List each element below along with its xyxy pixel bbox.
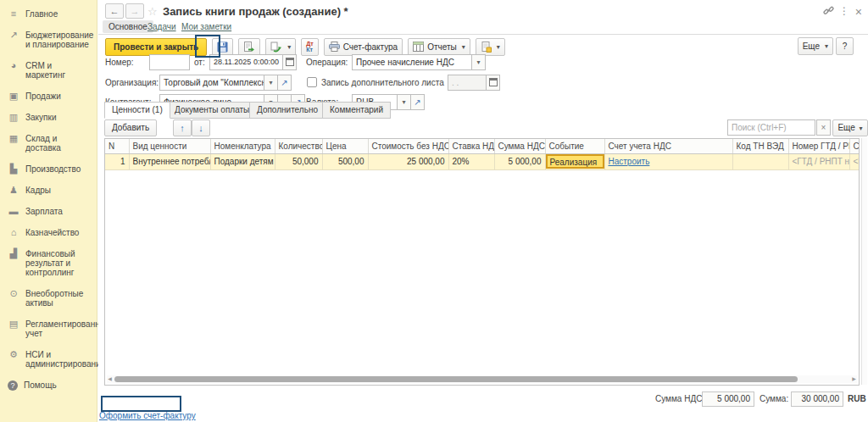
search-clear-button[interactable]: × bbox=[816, 119, 831, 136]
add-row-button[interactable]: Добавить bbox=[104, 119, 157, 136]
configure-link[interactable]: Настроить bbox=[609, 157, 650, 166]
organization-dropdown-button[interactable]: ▾ bbox=[264, 75, 278, 91]
cell-amount-wo-vat[interactable]: 25 000,00 bbox=[368, 153, 448, 169]
cell-last[interactable]: <Г bbox=[849, 153, 860, 169]
wallet-icon: ▬ bbox=[8, 207, 19, 216]
cell-vat-rate[interactable]: 20% bbox=[448, 153, 494, 169]
save-button[interactable] bbox=[212, 38, 233, 56]
get-link-icon[interactable] bbox=[823, 5, 834, 19]
attachments-button[interactable]: ▾ bbox=[476, 38, 505, 56]
tab-additional[interactable]: Дополнительно bbox=[249, 102, 326, 119]
vertical-scrollbar[interactable] bbox=[861, 138, 867, 385]
search-input[interactable] bbox=[727, 119, 815, 136]
organization-select[interactable]: Торговый дом "Комплексный" bbox=[159, 75, 264, 91]
sidebar-item-purchases[interactable]: ▥Закупки bbox=[0, 107, 97, 128]
horizontal-scrollbar[interactable]: ◀ ▶ bbox=[107, 375, 857, 383]
invoice-button[interactable]: Счет-фактура bbox=[324, 38, 403, 56]
help-button[interactable]: ? bbox=[836, 37, 854, 55]
table-row[interactable]: 1 Внутреннее потребление Подарки детям 5… bbox=[105, 153, 860, 169]
back-button[interactable]: ← bbox=[105, 3, 124, 19]
cell-event[interactable]: Реализация bbox=[545, 153, 604, 169]
col-header-qty[interactable]: Количество bbox=[275, 139, 322, 153]
col-header-last[interactable]: Ст bbox=[849, 139, 860, 153]
date-input[interactable]: 28.11.2025 0:00:00 bbox=[209, 54, 283, 70]
cell-price[interactable]: 500,00 bbox=[322, 153, 368, 169]
operation-select[interactable]: Прочее начисление НДС bbox=[352, 54, 472, 70]
create-based-on-button[interactable]: ▾ bbox=[265, 38, 296, 56]
favorite-star-icon[interactable]: ☆ bbox=[147, 5, 158, 18]
col-header-amount-wo-vat[interactable]: Стоимость без НДС bbox=[368, 139, 448, 153]
cell-vat-account[interactable]: Настроить bbox=[604, 153, 732, 169]
title-bar: ← → ☆ Запись книги продаж (создание) * ⋮… bbox=[98, 0, 868, 22]
sidebar-item-warehouse[interactable]: ▦Склад и доставка bbox=[0, 128, 97, 158]
cell-tn-code[interactable] bbox=[732, 153, 788, 169]
currency-open-button[interactable]: ↗ bbox=[410, 94, 425, 110]
col-header-nomenclature[interactable]: Номенклатура bbox=[210, 139, 275, 153]
sidebar-item-main[interactable]: ≡Главное bbox=[0, 3, 97, 25]
calendar-picker-button[interactable] bbox=[282, 54, 297, 70]
tab-values[interactable]: Ценности (1) bbox=[104, 102, 170, 119]
sidebar-item-sales[interactable]: ▣Продажи bbox=[0, 86, 97, 107]
selected-cell[interactable]: Реализация bbox=[546, 154, 604, 169]
tab-tasks[interactable]: Задачи bbox=[147, 22, 176, 31]
currency-dropdown-button[interactable]: ▾ bbox=[397, 94, 411, 110]
dropdown-caret: ▾ bbox=[497, 43, 500, 51]
briefcase-icon: ▣ bbox=[8, 92, 19, 101]
close-icon[interactable]: × bbox=[855, 5, 862, 19]
currency-code: RUB bbox=[848, 391, 866, 407]
col-header-kind[interactable]: Вид ценности bbox=[129, 139, 210, 153]
scroll-right-icon[interactable]: ▶ bbox=[851, 376, 857, 382]
additional-sheet-calendar-button[interactable] bbox=[486, 75, 500, 91]
additional-sheet-date-input[interactable]: . . bbox=[448, 75, 487, 91]
cell-n[interactable]: 1 bbox=[105, 153, 129, 169]
post-and-close-button[interactable]: Провести и закрыть bbox=[105, 38, 207, 56]
reports-button[interactable]: Отчеты ▾ bbox=[408, 38, 470, 56]
organization-open-button[interactable]: ↗ bbox=[277, 75, 292, 91]
sidebar-item-assets[interactable]: ⊙Внеоборотные активы bbox=[0, 283, 97, 314]
additional-sheet-checkbox[interactable] bbox=[307, 77, 317, 87]
post-document-button[interactable] bbox=[238, 38, 260, 56]
sidebar-item-treasury[interactable]: ⌂Казначейство bbox=[0, 222, 97, 243]
operation-dropdown-button[interactable]: ▾ bbox=[471, 54, 486, 70]
sidebar-item-finresult[interactable]: ▟Финансовый результат и контроллинг bbox=[0, 243, 97, 283]
col-header-gtd[interactable]: Номер ГТД / РНПТ bbox=[788, 139, 849, 153]
cell-kind[interactable]: Внутреннее потребление bbox=[129, 153, 210, 169]
col-header-tn-code[interactable]: Код ТН ВЭД bbox=[732, 139, 788, 153]
dt-kt-postings-button[interactable]: ДтКт bbox=[301, 38, 318, 56]
cell-qty[interactable]: 50,000 bbox=[275, 153, 322, 169]
sidebar-item-budgeting[interactable]: ↗Бюджетирование и планирование bbox=[0, 25, 97, 55]
dt-kt-icon: ДтКт bbox=[306, 41, 313, 53]
tab-comment[interactable]: Комментарий bbox=[322, 102, 391, 119]
sidebar-item-regulated[interactable]: ▤Регламентированный учет bbox=[0, 314, 97, 344]
form-more-button[interactable]: Еще▾ bbox=[798, 37, 833, 55]
table-more-button[interactable]: Еще ▾ bbox=[832, 119, 868, 136]
col-header-vat-account[interactable]: Счет учета НДС bbox=[604, 139, 732, 153]
tab-main[interactable]: Основное bbox=[103, 20, 153, 33]
col-header-event[interactable]: Событие bbox=[545, 139, 604, 153]
sidebar-item-nsi-admin[interactable]: ⚙НСИ и администрирование bbox=[0, 344, 97, 375]
scrollbar-thumb[interactable] bbox=[114, 376, 798, 382]
sidebar-item-help[interactable]: ?Помощь bbox=[0, 375, 97, 397]
sidebar-item-hr[interactable]: ♟Кадры bbox=[0, 180, 97, 201]
cell-vat-amount[interactable]: 5 000,00 bbox=[494, 153, 545, 169]
move-row-up-button[interactable]: ↑ bbox=[173, 119, 192, 136]
move-row-down-button[interactable]: ↓ bbox=[192, 119, 210, 136]
cell-nomenclature[interactable]: Подарки детям bbox=[210, 153, 275, 169]
warehouse-grid-icon: ▦ bbox=[8, 134, 19, 143]
scroll-left-icon[interactable]: ◀ bbox=[107, 376, 113, 382]
sidebar-item-label: Бюджетирование и планирование bbox=[25, 31, 93, 49]
cell-gtd[interactable]: <ГТД / РНПТ не ис... bbox=[788, 153, 849, 169]
tab-payment-documents[interactable]: Документы оплаты bbox=[167, 102, 257, 119]
tab-my-notes[interactable]: Мои заметки bbox=[181, 22, 231, 31]
create-invoice-link[interactable]: Оформить счет-фактуру bbox=[99, 411, 196, 420]
sidebar-item-crm[interactable]: ◕CRM и маркетинг bbox=[0, 55, 97, 86]
forward-button[interactable]: → bbox=[125, 3, 144, 19]
col-header-n[interactable]: N bbox=[105, 139, 129, 153]
col-header-price[interactable]: Цена bbox=[322, 139, 368, 153]
col-header-vat-amount[interactable]: Сумма НДС bbox=[494, 139, 545, 153]
number-input[interactable] bbox=[149, 54, 190, 70]
window-menu-icon[interactable]: ⋮ bbox=[839, 5, 849, 17]
sidebar-item-production[interactable]: ▙Производство bbox=[0, 158, 97, 180]
sidebar-item-salary[interactable]: ▬Зарплата bbox=[0, 201, 97, 222]
col-header-vat-rate[interactable]: Ставка НДС bbox=[448, 139, 494, 153]
